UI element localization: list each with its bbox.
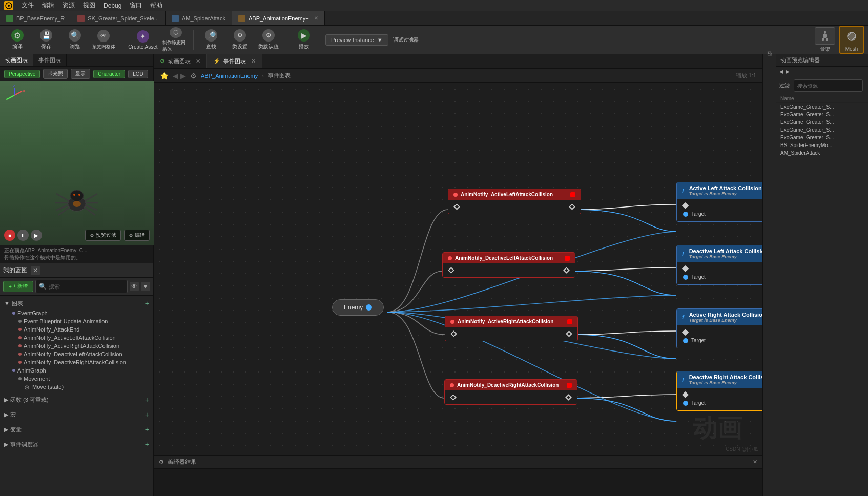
exec-in-pin-2 (563, 267, 570, 274)
tree-item-movement[interactable]: Movement (0, 375, 153, 383)
menu-file[interactable]: 文件 (22, 1, 34, 10)
menu-debug[interactable]: Debug (104, 2, 121, 9)
menu-window[interactable]: 窗口 (130, 1, 142, 10)
blueprint-canvas[interactable]: Enemy AnimNotify_ActiveLeftAttackCollisi… (154, 83, 762, 455)
fr-item-1[interactable]: ExoGame_Greater_S... (776, 111, 868, 118)
tree-item-deactive-right[interactable]: AnimNotify_DeactiveRightAttackCollision (0, 358, 153, 366)
deactive-right-func-node[interactable]: f Deactive Right Attack Collision Target… (676, 371, 762, 411)
debug-filter-button[interactable]: 调试过滤器 (392, 27, 419, 53)
add-variable-btn[interactable]: + (145, 425, 149, 433)
add-graph-btn[interactable]: + (145, 299, 149, 307)
perspective-btn[interactable]: Perspective (4, 70, 40, 78)
menu-edit[interactable]: 编辑 (42, 1, 54, 10)
enemy-node[interactable]: Enemy (332, 299, 384, 316)
stop-btn[interactable]: ■ (4, 230, 15, 241)
anim-notify-active-left-node[interactable]: AnimNotify_ActiveLeftAttackCollision (448, 189, 581, 214)
tree-item-deactive-left[interactable]: AnimNotify_DeactiveLeftAttackCollision (0, 350, 153, 358)
tree-item-move-state[interactable]: ◎ Move (state) (0, 383, 153, 391)
my-blueprint-search[interactable]: 🔍 (35, 280, 128, 293)
menu-view[interactable]: 视图 (83, 1, 95, 10)
find-button[interactable]: 🔎 查找 (198, 27, 224, 53)
search-input-field[interactable] (49, 283, 124, 290)
tree-item-event-graph[interactable]: EventGraph (0, 309, 153, 317)
class-settings-button[interactable]: ⚙ 类设置 (226, 27, 253, 53)
class-defaults-button[interactable]: ⚙ 类默认值 (255, 27, 282, 53)
macros-header[interactable]: ▶ 宏 + (4, 409, 149, 420)
preview-mesh-button[interactable]: 👁 预览网格体 (90, 27, 117, 53)
anim-search[interactable] (794, 79, 863, 92)
skeleton-btn[interactable]: 骨架 (815, 27, 835, 53)
preview-filter-btn[interactable]: ⚙ 预览过滤 (85, 230, 121, 241)
lighting-btn[interactable]: 带光照 (43, 69, 68, 79)
fr-item-2[interactable]: ExoGame_Greater_S... (776, 118, 868, 126)
mesh-btn[interactable]: Mesh (839, 26, 864, 54)
close-event-tab[interactable]: ✕ (251, 58, 256, 65)
character-btn[interactable]: Character (93, 70, 125, 78)
forward-arrow-icon[interactable]: ▶ (180, 72, 186, 80)
breadcrumb-event-graph[interactable]: 事件图表 (268, 72, 291, 79)
tree-item-active-left[interactable]: AnimNotify_ActiveLeftAttackCollision (0, 334, 153, 342)
save-button[interactable]: 💾 保存 (33, 27, 59, 53)
tree-item-anim-attack-end[interactable]: AnimNotify_AttackEnd (0, 325, 153, 334)
vp-tab-event-graph[interactable]: 事件图表 (33, 54, 67, 66)
eye-btn[interactable]: 👁 (130, 282, 139, 291)
deactive-left-func-node[interactable]: f Deactive Left Attack Collision Target … (676, 245, 762, 285)
add-new-btn[interactable]: + + 新增 (3, 281, 33, 292)
next-btn[interactable]: ▶ (31, 230, 42, 241)
tab-bp-base-enemy[interactable]: BP_BaseEnemy_R (0, 11, 71, 25)
tree-item-anim-graph[interactable]: AnimGraph (0, 366, 153, 375)
anim-search-input[interactable] (797, 83, 859, 89)
active-left-func-node[interactable]: f Active Left Attack Collision Target is… (676, 182, 762, 222)
browse-button[interactable]: 🔍 浏览 (61, 27, 88, 53)
fr-item-0[interactable]: ExoGame_Greater_S... (776, 103, 868, 111)
display-btn[interactable]: 显示 (71, 69, 90, 79)
tab-animation-graph[interactable]: ⚙ 动画图表 ✕ (154, 54, 207, 68)
anim-notify-deactive-right-node[interactable]: AnimNotify_DeactiveRightAttackCollision (444, 379, 577, 405)
tab-abp-animation[interactable]: ABP_AnimationEnemy+ ✕ (232, 11, 325, 25)
fr-item-3[interactable]: ExoGame_Greater_S... (776, 126, 868, 134)
details-label[interactable]: 细节 (765, 56, 774, 65)
filter-dropdown[interactable]: ▼ (141, 282, 150, 291)
forward-icon[interactable]: ▶ (786, 69, 790, 74)
breadcrumb-abp[interactable]: ABP_AnimationEnemy (201, 73, 258, 79)
tab-event-graph[interactable]: ⚡ 事件图表 ✕ (207, 54, 262, 68)
graphs-header[interactable]: ▼ 图表 + (0, 298, 153, 309)
anim-notify-deactive-left-node[interactable]: AnimNotify_DeactiveLeftAttackCollision (442, 252, 575, 278)
fr-item-5[interactable]: BS_SpiderEnemyMo... (776, 141, 868, 149)
translate-btn[interactable]: ⚙ 编译 (124, 230, 150, 241)
compiler-close-btn[interactable]: ✕ (753, 459, 757, 465)
preview-instance-btn[interactable]: Preview Instance ▼ (325, 34, 388, 46)
add-function-btn[interactable]: + (145, 396, 149, 404)
variables-header[interactable]: ▶ 变量 + (4, 424, 149, 435)
my-blueprint-close[interactable]: ✕ (31, 266, 40, 275)
fr-item-6[interactable]: AM_SpiderAttack (776, 149, 868, 157)
back-icon[interactable]: ◀ (779, 69, 783, 74)
preview-instance-dropdown[interactable]: Preview Instance ▼ (321, 34, 388, 46)
add-macro-btn[interactable]: + (145, 410, 149, 419)
tab-sk-spider[interactable]: SK_Greater_Spider_Skele... (71, 11, 166, 25)
tree-item-active-right[interactable]: AnimNotify_ActiveRightAttackCollision (0, 342, 153, 350)
lod-btn[interactable]: LOD (128, 70, 148, 78)
pause-btn[interactable]: ⏸ (17, 230, 29, 241)
menu-help[interactable]: 帮助 (150, 1, 162, 10)
canvas-watermark: 动画 (693, 412, 742, 445)
tab-am-spider[interactable]: AM_SpiderAttack (166, 11, 232, 25)
viewport-3d[interactable]: X Y Z (0, 81, 154, 245)
anim-notify-active-right-node[interactable]: AnimNotify_ActiveRightAttackCollision (445, 316, 578, 341)
menu-resource[interactable]: 资源 (63, 1, 75, 10)
breadcrumb-home-icon[interactable]: ⭐ (160, 72, 169, 80)
dispatchers-header[interactable]: ▶ 事件调度器 + (4, 439, 149, 449)
add-dispatcher-btn[interactable]: + (145, 440, 149, 448)
active-right-func-node[interactable]: f Active Right Attack Collision Target i… (676, 308, 762, 348)
create-asset-button[interactable]: ✦ Create Asset (126, 27, 160, 53)
back-arrow-icon[interactable]: ◀ (173, 72, 178, 80)
compile-button[interactable]: ⚙ 编译 (4, 27, 31, 53)
vp-tab-animation-graph[interactable]: 动画图表 (0, 54, 33, 66)
play-button[interactable]: ▶ 播放 (291, 27, 317, 53)
tab-close-abp[interactable]: ✕ (314, 15, 318, 21)
functions-header[interactable]: ▶ 函数 (3 可重载) + (4, 395, 149, 405)
tree-item-event-update[interactable]: Event Blueprint Update Animation (0, 317, 153, 325)
close-anim-tab[interactable]: ✕ (196, 58, 200, 65)
make-static-mesh-button[interactable]: ⬡ 制作静态网格体 (162, 27, 189, 53)
fr-item-4[interactable]: ExoGame_Greater_S... (776, 134, 868, 141)
